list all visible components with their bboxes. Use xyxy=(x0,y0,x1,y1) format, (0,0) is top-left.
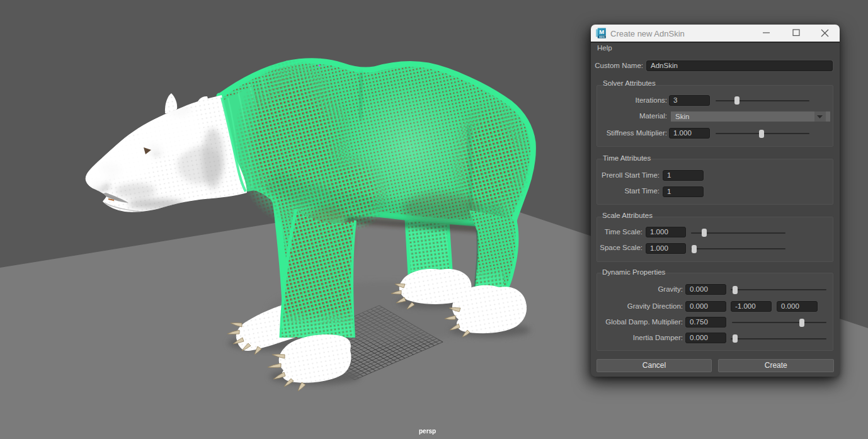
svg-text:MAYA: MAYA xyxy=(599,36,605,38)
svg-text:M: M xyxy=(599,28,604,35)
svg-text:persp: persp xyxy=(419,428,436,435)
